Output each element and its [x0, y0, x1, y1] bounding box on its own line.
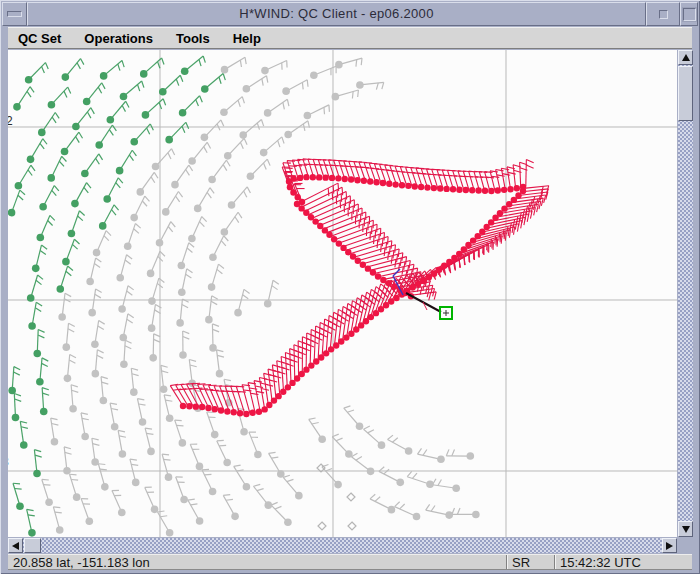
map-canvas[interactable]: 28 [8, 50, 677, 537]
status-time: 15:42:32 UTC [554, 555, 692, 569]
maximize-button[interactable] [680, 2, 698, 26]
minimize-button[interactable] [646, 2, 680, 26]
arrow-left-icon [12, 542, 19, 550]
minimize-icon [659, 10, 668, 19]
menu-item-qc-set[interactable]: QC Set [18, 31, 61, 46]
scroll-left-button[interactable] [8, 538, 23, 553]
titlebar: H*WIND: QC Client - ep06.2000 [2, 2, 698, 26]
arrow-up-icon [682, 54, 690, 61]
status-mode: SR [506, 555, 554, 569]
menu-bar: QC Set Operations Tools Help [8, 27, 692, 49]
status-bar: 20.858 lat, -151.183 lon SR 15:42:32 UTC [8, 554, 692, 570]
wind-field-plot: 28 [8, 50, 677, 537]
window-menu-icon [7, 11, 22, 17]
window-title: H*WIND: QC Client - ep06.2000 [27, 2, 646, 26]
menu-item-operations[interactable]: Operations [84, 31, 153, 46]
arrow-right-icon [666, 542, 673, 550]
scroll-up-button[interactable] [678, 50, 693, 65]
app-window: H*WIND: QC Client - ep06.2000 QC Set Ope… [0, 0, 700, 574]
vertical-scrollbar[interactable] [678, 50, 693, 537]
menu-item-help[interactable]: Help [233, 31, 261, 46]
maximize-icon [683, 8, 696, 21]
scroll-down-button[interactable] [678, 521, 693, 537]
horizontal-scrollbar[interactable] [8, 538, 677, 553]
status-coordinates: 20.858 lat, -151.183 lon [8, 555, 506, 569]
scroll-right-button[interactable] [662, 538, 677, 553]
horizontal-scrollbar-thumb[interactable] [24, 538, 41, 553]
grid-tick-label: 2 [8, 114, 13, 128]
arrow-down-icon [682, 526, 690, 533]
window-menu-button[interactable] [2, 2, 27, 26]
vertical-scrollbar-thumb[interactable] [678, 66, 693, 121]
menu-item-tools[interactable]: Tools [176, 31, 210, 46]
grid-tick-label: 8 [8, 455, 9, 469]
